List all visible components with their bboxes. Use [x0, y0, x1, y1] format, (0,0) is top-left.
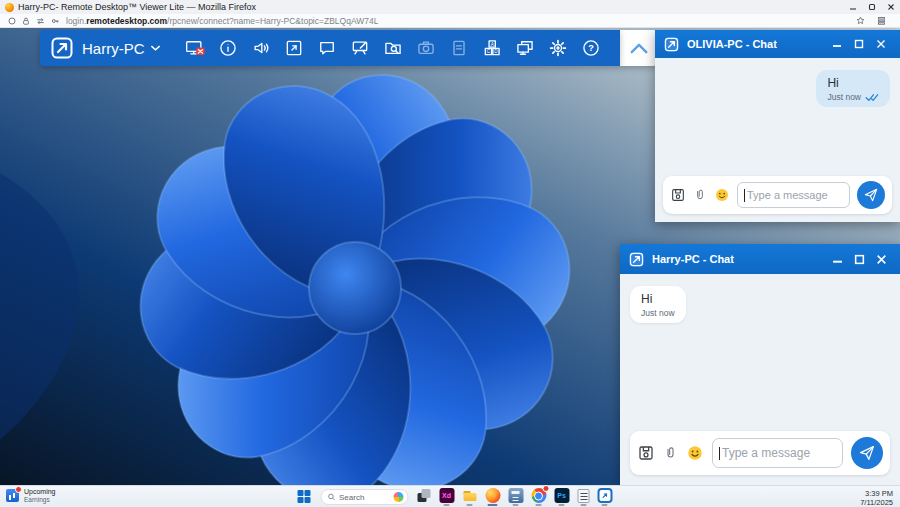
- chevron-up-icon: [629, 42, 649, 55]
- paper-plane-icon: [858, 444, 876, 462]
- block-letter-c: C: [487, 49, 491, 54]
- search-icon: [327, 493, 335, 501]
- taskbar-app-xd[interactable]: Xd: [439, 488, 454, 506]
- chat-message-area: Hi Just now: [620, 274, 900, 423]
- blocks-button[interactable]: A C D: [476, 30, 509, 66]
- paper-plane-icon: [863, 187, 879, 203]
- message-input[interactable]: Type a message: [712, 438, 843, 468]
- device-name-label: Harry-PC: [82, 40, 145, 57]
- remote-desktop-viewport[interactable]: Harry-PC: [0, 28, 900, 485]
- browser-title: Harry-PC- Remote Desktop™ Viewer Lite — …: [18, 2, 256, 12]
- session-notes-button[interactable]: [443, 30, 476, 66]
- send-message-button[interactable]: [857, 181, 885, 209]
- attachment-paperclip-icon[interactable]: [663, 444, 678, 462]
- widget-line1: Upcoming: [24, 488, 56, 496]
- taskbar-app-photoshop[interactable]: Ps: [554, 488, 569, 506]
- chat-minimize-button[interactable]: [826, 248, 848, 270]
- lock-icon[interactable]: [22, 17, 30, 25]
- key-icon[interactable]: [51, 17, 60, 25]
- browser-close-button[interactable]: [881, 0, 900, 14]
- info-button[interactable]: [212, 30, 245, 66]
- calculator-icon: [508, 488, 523, 503]
- chat-minimize-button[interactable]: [826, 33, 848, 55]
- remote-desktop-logo-icon: [628, 251, 645, 268]
- remote-desktop-logo-icon: [50, 36, 74, 60]
- save-chat-icon[interactable]: [670, 187, 686, 203]
- browser-titlebar: Harry-PC- Remote Desktop™ Viewer Lite — …: [0, 0, 900, 14]
- start-button[interactable]: [297, 490, 312, 505]
- extensions-menu-icon[interactable]: [877, 16, 886, 25]
- taskbar-app-remote-desktop[interactable]: [597, 488, 612, 506]
- disconnect-monitor-button[interactable]: [179, 30, 212, 66]
- notification-badge: [15, 486, 22, 493]
- task-view-button[interactable]: [416, 488, 431, 506]
- screenshot-button[interactable]: [410, 30, 443, 66]
- send-message-button[interactable]: [851, 437, 883, 469]
- emoji-icon[interactable]: [686, 444, 704, 462]
- taskbar-app-explorer[interactable]: [462, 488, 477, 506]
- attachment-paperclip-icon[interactable]: [693, 187, 707, 203]
- search-highlight-icon: [393, 492, 403, 502]
- sent-message-bubble: Hi Just now: [816, 70, 890, 107]
- whiteboard-button[interactable]: [344, 30, 377, 66]
- received-message-bubble: Hi Just now: [630, 286, 686, 323]
- chat-header-harry[interactable]: Harry-PC - Chat: [620, 244, 900, 274]
- toolbar-collapse-button[interactable]: [620, 30, 658, 66]
- multi-monitor-button[interactable]: [509, 30, 542, 66]
- chat-close-button[interactable]: [870, 33, 892, 55]
- block-letter-a: A: [491, 42, 495, 47]
- chat-window-harry: Harry-PC - Chat Hi Just now: [620, 244, 900, 485]
- chat-close-button[interactable]: [870, 248, 892, 270]
- browser-urlbar[interactable]: login.remotedesktop.com/rpcnew/connect?n…: [0, 14, 900, 28]
- taskbar-app-notepad[interactable]: [577, 489, 589, 506]
- url-prefix: login.: [66, 16, 86, 26]
- text-caret: [719, 447, 720, 460]
- chat-input-bar: Type a message: [663, 176, 892, 214]
- file-explorer-icon: [462, 488, 477, 503]
- notification-badge: [542, 485, 549, 492]
- taskbar-search-box[interactable]: Search: [320, 489, 408, 505]
- exchange-arrows-icon[interactable]: [36, 17, 45, 25]
- taskbar-clock[interactable]: 3:39 PM 7/11/2025: [860, 489, 893, 507]
- taskbar-app-chrome[interactable]: [531, 488, 546, 506]
- clock-time: 3:39 PM: [860, 489, 893, 498]
- firefox-favicon-icon: [5, 3, 14, 12]
- message-time: Just now: [641, 308, 675, 318]
- chat-message-area: Hi Just now: [655, 58, 900, 170]
- chat-button[interactable]: [311, 30, 344, 66]
- text-caret: [744, 189, 745, 202]
- read-double-check-icon: [865, 93, 879, 102]
- task-view-icon: [416, 488, 431, 503]
- message-input[interactable]: Type a message: [737, 182, 850, 208]
- chat-maximize-button[interactable]: [848, 248, 870, 270]
- browser-minimize-button[interactable]: [843, 0, 862, 14]
- help-button[interactable]: ?: [575, 30, 608, 66]
- taskbar-app-firefox[interactable]: [485, 488, 500, 506]
- browser-maximize-button[interactable]: [862, 0, 881, 14]
- widgets-button[interactable]: Upcoming Earnings: [6, 488, 56, 504]
- message-time: Just now: [827, 92, 861, 102]
- file-browse-button[interactable]: [377, 30, 410, 66]
- device-name-dropdown[interactable]: Harry-PC: [82, 40, 161, 57]
- save-chat-icon[interactable]: [637, 444, 655, 462]
- url-domain: remotedesktop.com: [86, 16, 167, 26]
- url-path: /rpcnew/connect?name=Harry-PC&topic=ZBLQ…: [167, 16, 378, 26]
- block-letter-d: D: [494, 49, 498, 54]
- emoji-icon[interactable]: [714, 187, 730, 203]
- chrome-icon: [531, 488, 546, 503]
- message-input-placeholder: Type a message: [722, 446, 810, 460]
- message-input-placeholder: Type a message: [747, 189, 828, 201]
- shield-icon[interactable]: [8, 17, 16, 25]
- taskbar-app-calculator[interactable]: [508, 488, 523, 506]
- fullscreen-button[interactable]: [278, 30, 311, 66]
- remote-desktop-logo-icon: [663, 36, 680, 53]
- screen: Harry-PC- Remote Desktop™ Viewer Lite — …: [0, 0, 900, 507]
- sound-button[interactable]: [245, 30, 278, 66]
- chat-header-olivia[interactable]: OLIVIA-PC - Chat: [655, 30, 900, 58]
- bookmark-star-icon[interactable]: [856, 16, 865, 25]
- url-text: login.remotedesktop.com/rpcnew/connect?n…: [66, 16, 378, 26]
- clock-date: 7/11/2025: [860, 498, 893, 507]
- windows-taskbar: Upcoming Earnings Search Xd: [0, 485, 900, 507]
- settings-gear-button[interactable]: [542, 30, 575, 66]
- chat-maximize-button[interactable]: [848, 33, 870, 55]
